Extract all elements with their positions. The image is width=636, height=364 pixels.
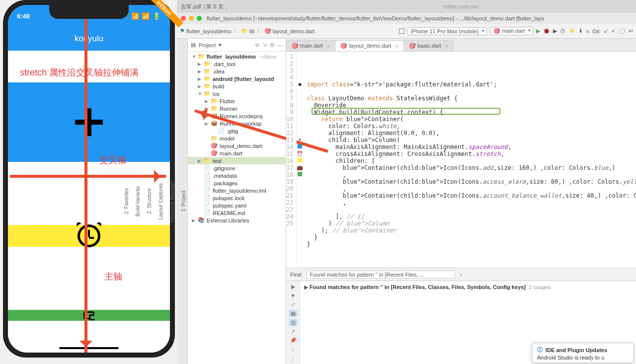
breadcrumb[interactable]: ⚑flutter_layoutdemo〉 📁lib〉 🎯layout_demo.…: [180, 27, 315, 35]
close-icon[interactable]: ×: [395, 43, 398, 49]
coverage-button[interactable]: ▶: [553, 28, 557, 34]
container-green: [8, 310, 170, 321]
editor-area: 🎯 main.dart×🎯 layout_demo.dart×🎯 basic.d…: [286, 39, 636, 364]
editor-tab[interactable]: 🎯 basic.dart×: [403, 40, 454, 51]
vcs-commit-button[interactable]: ✓: [611, 28, 616, 34]
project-tree[interactable]: ▼📁flutter_layoutdemo~/deve▶📁.dart_tool▶📁…: [188, 52, 286, 364]
tree-item[interactable]: 📁model: [188, 135, 286, 142]
device-selector[interactable]: iPhone 11 Pro Max (mobile): [407, 27, 487, 35]
tree-item[interactable]: ▶📁.idea: [188, 68, 286, 75]
container-blue: [8, 82, 170, 162]
tree-item[interactable]: ▼📁ios: [188, 90, 286, 97]
git-label: Git:: [592, 28, 601, 34]
code-text[interactable]: import class="k-str">'package:flutter/ma…: [303, 52, 636, 268]
tree-item[interactable]: 📄.gitig: [188, 127, 286, 135]
popup-title: IDE and Plugin Updates: [537, 346, 629, 354]
rerun-icon[interactable]: ▶: [289, 283, 298, 290]
tree-item[interactable]: ▶📁Flutter: [188, 97, 286, 105]
project-panel: ▤Project▾ ⊕ ⇲ ✿ — ▼📁flutter_layoutdemo~/…: [188, 39, 286, 364]
ide-window: 志军.pdf（第 6 页， editor.csdn.net flutter_la…: [177, 0, 636, 364]
tree-item[interactable]: ▶📁.dart_tool: [188, 60, 286, 68]
close-icon[interactable]: ×: [327, 43, 330, 49]
tool-layout-captures[interactable]: Layout Captures: [157, 180, 164, 222]
line-gutter: 1234567891011121314151617181920212223242…: [286, 52, 297, 268]
project-view-selector[interactable]: Project: [199, 42, 216, 48]
app-bar: konyulu: [8, 27, 170, 51]
tree-item[interactable]: 📄.gitignore: [188, 164, 286, 172]
hot-reload-button[interactable]: ⚡: [568, 28, 575, 34]
tree-item[interactable]: 🎯main.dart: [188, 149, 286, 157]
tree-item[interactable]: 📄pubspec.yaml: [188, 202, 286, 209]
tree-item[interactable]: 📄README.md: [188, 209, 286, 217]
debug-button[interactable]: 🐞: [543, 28, 550, 34]
run-config-selector[interactable]: 🎯 main.dart: [490, 27, 533, 35]
close-icon[interactable]: ×: [459, 272, 462, 278]
notification-popup[interactable]: IDE and Plugin Updates Android Studio is…: [532, 343, 634, 363]
preview-icon[interactable]: ▥: [289, 319, 298, 326]
window-title-bar: flutter_layoutdemo [~/development/study/…: [177, 13, 636, 24]
tree-item[interactable]: 📄flutter_layoutdemo.iml: [188, 187, 286, 194]
tree-item[interactable]: ▶📦Runner.xcodeproj: [188, 112, 286, 120]
collapse-button[interactable]: ⇲: [262, 42, 267, 48]
expand-icon[interactable]: ⤢: [289, 301, 298, 308]
tree-item[interactable]: ▶📚External Libraries: [188, 217, 286, 224]
app-title: konyulu: [75, 34, 104, 44]
tree-item[interactable]: 🎯layout_demo.dart: [188, 142, 286, 149]
home-indicator: [59, 347, 119, 349]
macos-tab-bar: 志军.pdf（第 6 页， editor.csdn.net: [177, 0, 636, 13]
find-bar: Find: Found matches for pattern '' in [R…: [286, 268, 636, 281]
add-icon: [75, 108, 103, 136]
close-icon[interactable]: ×: [445, 43, 448, 49]
tree-item[interactable]: 📄.metadata: [188, 172, 286, 179]
vcs-history-button[interactable]: 🕘: [619, 28, 626, 34]
main-toolbar: ⚑flutter_layoutdemo〉 📁lib〉 🎯layout_demo.…: [177, 24, 636, 39]
popup-body: Android Studio is ready to u: [537, 355, 629, 361]
macos-tab[interactable]: 志军.pdf（第 6 页，: [181, 3, 280, 10]
notch: [49, 5, 129, 19]
export-icon[interactable]: ↗: [289, 328, 298, 335]
vcs-update-button[interactable]: ↙: [604, 28, 608, 34]
tree-item[interactable]: ▶📁test: [188, 157, 286, 164]
attach-button[interactable]: ⬇: [578, 28, 583, 34]
settings-icon[interactable]: ✿: [270, 42, 274, 48]
editor-tab[interactable]: 🎯 main.dart×: [286, 40, 335, 51]
tree-item[interactable]: 📄.packages: [188, 179, 286, 187]
left-tool-strip: 1: Project Resource Manager Layout Captu…: [177, 39, 188, 364]
profile-button[interactable]: ⏱: [560, 28, 565, 34]
simulator-screen: 6:48 📶 📶 🔋 konyulu: [8, 5, 170, 353]
find-label: Find:: [290, 272, 302, 278]
hide-button[interactable]: —: [277, 42, 283, 48]
alarm-icon: [78, 224, 100, 247]
tree-item[interactable]: ▼📁flutter_layoutdemo~/deve: [188, 53, 286, 60]
vcs-revert-button[interactable]: ↩: [629, 28, 633, 34]
tree-item[interactable]: 📄pubspec.lock: [188, 194, 286, 202]
project-panel-header: ▤Project▾ ⊕ ⇲ ✿ —: [188, 39, 286, 52]
traffic-lights[interactable]: [181, 16, 202, 21]
next-icon[interactable]: ↓: [289, 355, 298, 362]
status-indicators: 📶 📶 🔋: [131, 12, 161, 20]
tool-resource-manager[interactable]: Resource Manager: [168, 177, 176, 225]
editor-tab[interactable]: 🎯 layout_demo.dart×: [335, 40, 404, 51]
tool-project[interactable]: 1: Project: [180, 188, 187, 215]
tree-item[interactable]: ▶📦Runner.xcworksp: [188, 120, 286, 127]
run-button[interactable]: ▶: [536, 28, 540, 34]
simulator-frame: DEBUG 6:48 📶 📶 🔋 konyulu: [3, 0, 175, 358]
window-title: flutter_layoutdemo [~/development/study/…: [207, 15, 544, 21]
group-icon[interactable]: ▦: [289, 310, 298, 317]
tool-favorites[interactable]: 2: Favorites: [123, 185, 130, 217]
stop-button[interactable]: ■: [586, 28, 589, 34]
filter-icon[interactable]: ▼: [289, 292, 298, 299]
prev-icon[interactable]: ↑: [289, 346, 298, 353]
tree-item[interactable]: ▶📁build: [188, 82, 286, 90]
wallet-icon: [83, 311, 94, 319]
code-editor[interactable]: 1234567891011121314151617181920212223242…: [286, 52, 636, 268]
tree-item[interactable]: ▶📁android [flutter_layoutd: [188, 75, 286, 82]
pin-icon[interactable]: 📌: [289, 337, 298, 344]
tool-build-variants[interactable]: Build Variants: [134, 183, 142, 219]
tree-item[interactable]: ▶📁Runner: [188, 105, 286, 112]
macos-tab[interactable]: editor.csdn.net: [286, 3, 636, 9]
tool-button[interactable]: [399, 28, 404, 34]
find-input[interactable]: Found matches for pattern '' in [Recent …: [306, 271, 455, 279]
locate-button[interactable]: ⊕: [255, 42, 259, 48]
tool-structure[interactable]: Z: Structure: [146, 185, 153, 217]
